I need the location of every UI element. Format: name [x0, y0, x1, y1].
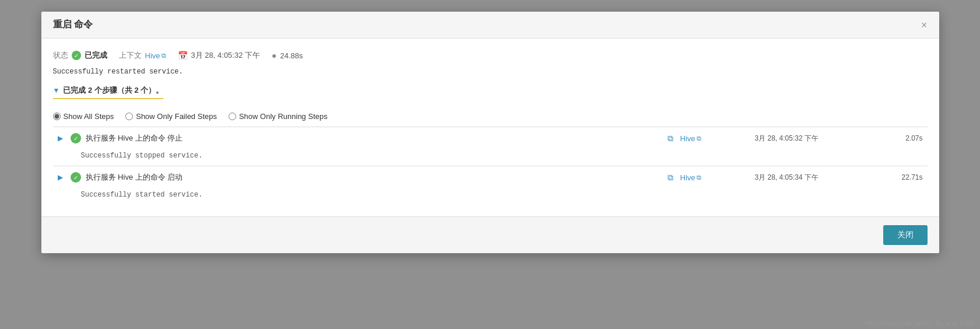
modal-header: 重启 命令 × [41, 12, 939, 38]
state-check-icon: ✓ [72, 51, 81, 60]
modal-body: 状态 ✓ 已完成 上下文 Hive ⧉ 📅 3月 28, 4:05:32 下午 [41, 38, 939, 216]
filter-failed-label: Show Only Failed Steps [136, 112, 217, 121]
step-1-service-ext-icon: ⧉ [697, 135, 701, 142]
steps-summary: ▼ 已完成 2 个步骤（共 2 个）。 [53, 85, 164, 99]
filter-failed-radio[interactable] [125, 113, 133, 120]
modal-footer: 关闭 [41, 216, 939, 253]
step-2-duration: 22.71s [876, 173, 923, 181]
step-2-message: Successfully started service. [53, 188, 928, 205]
modal-title: 重启 命令 [53, 19, 93, 31]
url-hint: https://blog.csdn.net/22_2c_e_d_0489 [865, 320, 974, 327]
steps-table: ▶ ✓ 执行服务 Hive 上的命令 停止 ⧉ Hive ⧉ 3月 28, 4:… [53, 127, 928, 205]
context-value: Hive [145, 51, 160, 60]
step-1-message: Successfully stopped service. [53, 149, 928, 166]
status-state: 状态 ✓ 已完成 [53, 50, 107, 61]
filter-running-label: Show Only Running Steps [239, 112, 328, 121]
step-1-ext-link[interactable]: ⧉ [668, 134, 673, 144]
step-1-time: 3月 28, 4:05:32 下午 [755, 134, 872, 144]
step-2-name: 执行服务 Hive 上的命令 启动 [86, 172, 663, 183]
step-1-success-icon: ✓ [71, 133, 81, 144]
step-2-toggle[interactable]: ▶ [58, 173, 66, 181]
status-duration: ● 24.88s [272, 51, 303, 60]
step-1-service: Hive ⧉ [680, 134, 750, 143]
clock-icon: ● [272, 51, 276, 60]
table-row: ▶ ✓ 执行服务 Hive 上的命令 停止 ⧉ Hive ⧉ 3月 28, 4:… [53, 127, 928, 166]
step-1-toggle[interactable]: ▶ [58, 134, 66, 142]
context-link[interactable]: Hive ⧉ [145, 51, 166, 60]
filter-running-option[interactable]: Show Only Running Steps [229, 112, 328, 121]
step-2-time: 3月 28, 4:05:34 下午 [755, 173, 872, 183]
calendar-icon: 📅 [178, 51, 188, 60]
external-link-icon: ⧉ [161, 52, 166, 60]
modal-close-button[interactable]: × [921, 20, 928, 30]
step-2-service-ext-icon: ⧉ [697, 174, 701, 181]
step-1-duration: 2.07s [876, 134, 923, 142]
step-2-ext-link[interactable]: ⧉ [668, 173, 673, 183]
step-2-service-name: Hive [680, 173, 696, 182]
step-1-main: ▶ ✓ 执行服务 Hive 上的命令 停止 ⧉ Hive ⧉ 3月 28, 4:… [53, 127, 928, 149]
step-1-name: 执行服务 Hive 上的命令 停止 [86, 133, 663, 144]
date-value: 3月 28, 4:05:32 下午 [191, 50, 261, 61]
state-value: 已完成 [85, 50, 107, 61]
step-2-service: Hive ⧉ [680, 173, 750, 182]
filter-all-label: Show All Steps [64, 112, 114, 121]
table-row: ▶ ✓ 执行服务 Hive 上的命令 启动 ⧉ Hive ⧉ 3月 28, 4:… [53, 166, 928, 205]
filter-bar: Show All Steps Show Only Failed Steps Sh… [53, 106, 928, 127]
steps-summary-text: 已完成 2 个步骤（共 2 个）。 [63, 85, 163, 96]
success-message: Successfully restarted service. [53, 68, 928, 76]
filter-all-option[interactable]: Show All Steps [53, 112, 114, 121]
status-date: 📅 3月 28, 4:05:32 下午 [178, 50, 261, 61]
filter-all-radio[interactable] [53, 113, 61, 120]
step-2-success-icon: ✓ [71, 172, 81, 183]
step-1-service-link[interactable]: Hive ⧉ [680, 134, 750, 143]
status-bar: 状态 ✓ 已完成 上下文 Hive ⧉ 📅 3月 28, 4:05:32 下午 [53, 50, 928, 61]
context-label: 上下文 [119, 50, 142, 61]
close-button[interactable]: 关闭 [883, 225, 928, 245]
status-context: 上下文 Hive ⧉ [119, 50, 166, 61]
state-label: 状态 [53, 50, 68, 61]
step-2-main: ▶ ✓ 执行服务 Hive 上的命令 启动 ⧉ Hive ⧉ 3月 28, 4:… [53, 166, 928, 188]
chevron-down-icon[interactable]: ▼ [53, 86, 60, 94]
filter-running-radio[interactable] [229, 113, 236, 120]
filter-failed-option[interactable]: Show Only Failed Steps [125, 112, 217, 121]
duration-value: 24.88s [280, 51, 303, 60]
step-1-service-name: Hive [680, 134, 696, 143]
modal-container: 重启 命令 × 状态 ✓ 已完成 上下文 Hive ⧉ [41, 12, 939, 253]
step-2-service-link[interactable]: Hive ⧉ [680, 173, 750, 182]
